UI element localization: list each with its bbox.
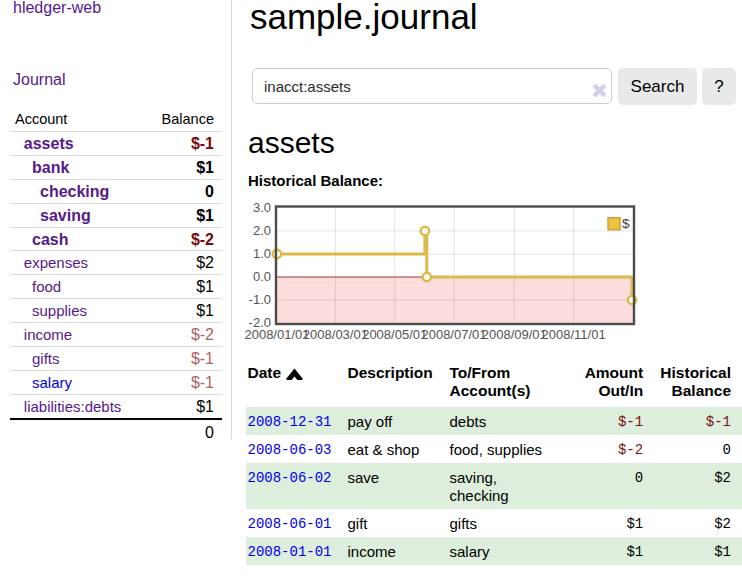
svg-text:2008/03/01: 2008/03/01: [303, 327, 368, 342]
svg-text:2008/01/01: 2008/01/01: [244, 327, 309, 342]
svg-text:2008/07/01: 2008/07/01: [421, 327, 486, 342]
svg-text:2008/05/01: 2008/05/01: [362, 327, 427, 342]
svg-text:0.0: 0.0: [253, 269, 271, 284]
svg-text:2008/09/01: 2008/09/01: [482, 327, 547, 342]
svg-text:3.0: 3.0: [253, 200, 271, 215]
svg-text:1.0: 1.0: [253, 246, 271, 261]
svg-text:2008/11/01: 2008/11/01: [542, 327, 606, 342]
svg-text:-1.0: -1.0: [249, 292, 271, 307]
svg-text:$: $: [622, 216, 630, 231]
svg-text:2.0: 2.0: [253, 223, 271, 238]
